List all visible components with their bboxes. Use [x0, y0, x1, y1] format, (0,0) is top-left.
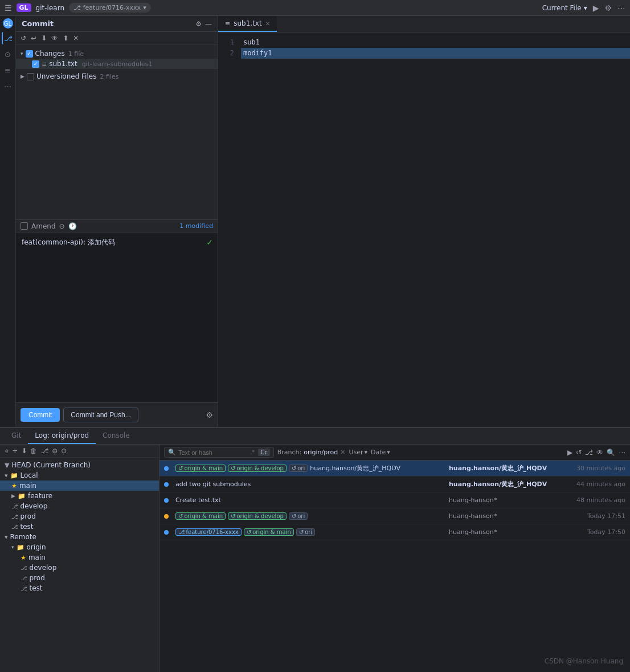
activity-more[interactable]: ⋯ — [2, 80, 14, 92]
log-time-2: 48 minutes ago — [551, 496, 625, 504]
close-all-icon[interactable]: ✕ — [73, 34, 79, 42]
regex-button[interactable]: .* — [249, 449, 256, 455]
changes-section-header[interactable]: ▾ ✓ Changes 1 file — [16, 48, 218, 59]
activity-commit[interactable]: ⎇ — [2, 32, 14, 44]
case-button[interactable]: Cc — [258, 449, 269, 456]
undo-icon[interactable]: ↩ — [31, 34, 36, 42]
origin-label: origin — [27, 543, 46, 551]
git-node-remote[interactable]: ▾ Remote — [0, 532, 159, 542]
git-add-icon[interactable]: + — [12, 447, 18, 455]
file-doc-icon: ≡ — [42, 60, 47, 68]
origin-develop-label: develop — [30, 564, 57, 572]
git-node-test[interactable]: ⎇ test — [0, 522, 159, 532]
git-node-main[interactable]: ★ main — [0, 480, 159, 491]
unversioned-chevron: ▶ — [21, 74, 24, 79]
log-row-3[interactable]: ↺ origin & main ↺ origin & develop ↺ ori… — [159, 508, 630, 524]
branch-selector[interactable]: ⎇ feature/0716-xxxx ▾ — [69, 3, 151, 13]
editor-tabs: ≡ sub1.txt ✕ — [218, 16, 630, 32]
git-node-prod[interactable]: ⎇ prod — [0, 511, 159, 522]
log-find-icon[interactable]: 🔍 — [607, 449, 615, 457]
amend-history-icon[interactable]: ⊙ — [59, 222, 65, 230]
git-search-tree-icon[interactable]: ⊕ — [52, 447, 58, 455]
log-row-4[interactable]: ⎇ feature/0716-xxxx ↺ origin & main ↺ or… — [159, 524, 630, 540]
tab-log-origin-prod[interactable]: Log: origin/prod — [28, 428, 96, 444]
prod-branch-icon: ⎇ — [11, 514, 18, 520]
git-node-origin-develop[interactable]: ⎇ develop — [0, 563, 159, 573]
activity-vcs[interactable]: GL — [3, 18, 13, 28]
git-merge-icon[interactable]: ⎇ — [40, 447, 48, 455]
eye-icon[interactable]: 👁 — [51, 34, 58, 42]
activity-structure[interactable]: ≡ — [2, 64, 14, 76]
commit-button[interactable]: Commit — [21, 408, 60, 422]
branch-filter-clear[interactable]: ✕ — [340, 449, 345, 456]
git-fetch-icon[interactable]: ⬇ — [21, 447, 27, 455]
watermark: CSDN @Hanson Huang — [545, 657, 623, 665]
line-num-2: 2 — [218, 48, 234, 59]
current-file-button[interactable]: Current File ▾ — [542, 4, 587, 12]
log-message-1: add two git submodules — [175, 480, 449, 488]
tag-origin-develop-3: ↺ origin & develop — [228, 512, 287, 520]
commit-minimize-icon[interactable]: — — [205, 20, 212, 28]
git-node-origin-main[interactable]: ★ main — [0, 552, 159, 563]
commit-options-icon[interactable]: ⚙ — [206, 410, 213, 420]
unversioned-section-header[interactable]: ▶ Unversioned Files 2 files — [16, 71, 218, 82]
branch-filter-label: Branch: — [277, 449, 302, 456]
branch-filter-value: origin/prod — [304, 449, 338, 456]
log-more-icon[interactable]: ⋯ — [619, 449, 625, 457]
commit-header-icons: ⚙ — — [195, 20, 212, 28]
git-node-origin[interactable]: ▾ 📁 origin — [0, 542, 159, 552]
settings-icon[interactable]: ⚙ — [604, 3, 612, 13]
amend-checkbox[interactable] — [21, 222, 28, 230]
tab-console[interactable]: Console — [96, 428, 137, 444]
more-icon[interactable]: ⋯ — [617, 3, 625, 13]
amend-clock-icon[interactable]: 🕐 — [68, 222, 77, 230]
log-row-0[interactable]: ↺ origin & main ↺ origin & develop ↺ ori… — [159, 461, 630, 476]
amend-bar: Amend ⊙ 🕐 1 modified — [16, 219, 218, 233]
log-toolbar: 🔍 .* Cc Branch: origin/prod ✕ User ▾ — [159, 445, 630, 461]
git-delete-icon[interactable]: 🗑 — [30, 447, 37, 455]
git-node-head[interactable]: ▼ HEAD (Current Branch) — [0, 460, 159, 470]
commit-message-input[interactable]: feat(common-api): 添加代码 — [16, 233, 218, 403]
push-icon[interactable]: ⬆ — [63, 34, 68, 42]
log-author-2: huang-hanson* — [449, 496, 551, 504]
bottom-section: Git Log: origin/prod Console « + ⬇ 🗑 ⎇ ⊕… — [0, 427, 630, 672]
current-file-chevron: ▾ — [584, 4, 587, 12]
top-bar-left: ☰ GL git-learn ⎇ feature/0716-xxxx ▾ — [5, 3, 151, 13]
git-node-local[interactable]: ▾ 📁 Local — [0, 470, 159, 480]
run-icon[interactable]: ▶ — [593, 3, 599, 13]
git-node-develop[interactable]: ⎇ develop — [0, 501, 159, 511]
log-row-2[interactable]: Create test.txt huang-hanson* 48 minutes… — [159, 492, 630, 508]
log-text-0: huang.hanson/黄忠_沪_HQDV — [310, 464, 400, 473]
unversioned-label: Unversioned Files — [36, 72, 97, 80]
log-row-1[interactable]: add two git submodules huang.hanson/黄忠_沪… — [159, 476, 630, 492]
log-search-input[interactable] — [178, 449, 247, 456]
editor-tab-sub1[interactable]: ≡ sub1.txt ✕ — [218, 16, 277, 32]
log-time-0: 30 minutes ago — [551, 465, 625, 472]
git-node-feature[interactable]: ▶ 📁 feature — [0, 491, 159, 501]
log-eye-icon[interactable]: 👁 — [596, 449, 603, 457]
git-expand-icon[interactable]: « — [5, 447, 9, 455]
update-icon[interactable]: ⬇ — [41, 34, 47, 42]
git-node-origin-test[interactable]: ⎇ test — [0, 583, 159, 593]
user-filter[interactable]: User ▾ — [349, 449, 367, 456]
file-item-sub1[interactable]: ✓ ≡ sub1.txt git-learn-submodules1 — [16, 59, 218, 69]
log-next-icon[interactable]: ▶ — [567, 449, 572, 457]
file-checkbox[interactable]: ✓ — [32, 60, 39, 68]
hamburger-icon[interactable]: ☰ — [5, 3, 12, 13]
unversioned-checkbox[interactable] — [27, 73, 34, 80]
log-share-icon[interactable]: ⎇ — [585, 449, 593, 457]
log-refresh-icon[interactable]: ↺ — [576, 449, 582, 457]
git-node-origin-prod[interactable]: ⎇ prod — [0, 573, 159, 583]
date-filter[interactable]: Date ▾ — [371, 449, 390, 456]
modified-badge[interactable]: 1 modified — [179, 222, 213, 230]
log-author-3: huang-hanson* — [449, 512, 551, 520]
git-filter-icon[interactable]: ⊙ — [61, 447, 67, 455]
changes-checkbox[interactable]: ✓ — [26, 50, 33, 58]
tab-git[interactable]: Git — [5, 428, 28, 444]
tag-origin-develop-0: ↺ origin & develop — [228, 465, 287, 472]
commit-settings-icon[interactable]: ⚙ — [195, 20, 202, 28]
activity-search[interactable]: ⊙ — [2, 48, 14, 60]
tab-close-icon[interactable]: ✕ — [265, 21, 270, 27]
refresh-icon[interactable]: ↺ — [21, 34, 26, 42]
commit-push-button[interactable]: Commit and Push... — [63, 408, 138, 422]
